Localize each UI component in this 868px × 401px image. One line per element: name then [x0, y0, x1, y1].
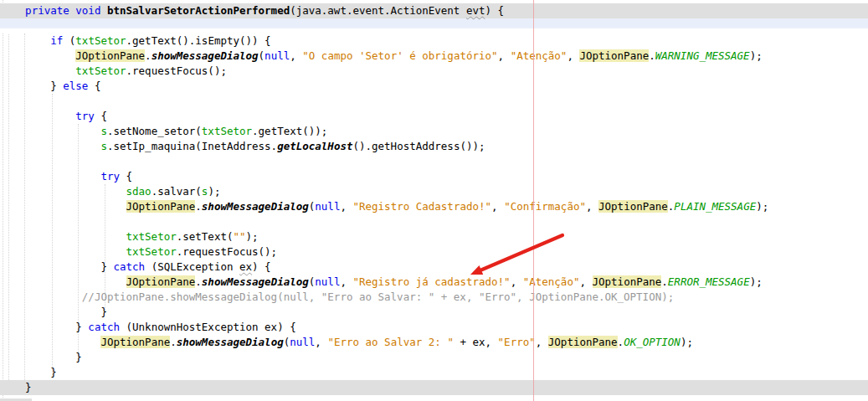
code-token: showMessageDialog	[152, 49, 259, 62]
code-token	[0, 170, 100, 183]
code-token: if	[0, 34, 69, 47]
code-token: txtSetor	[75, 64, 126, 77]
code-token: try	[75, 110, 95, 122]
code-line[interactable]: JOptionPane.showMessageDialog(null, "Reg…	[0, 199, 868, 214]
code-token: ,	[586, 200, 598, 213]
code-line[interactable]: }	[0, 380, 868, 395]
code-token: .requestFocus();	[126, 64, 227, 77]
code-line[interactable]: try {	[0, 169, 868, 184]
code-token: }	[0, 381, 32, 393]
code-token: "Confirmação"	[504, 200, 586, 213]
code-token	[0, 64, 75, 77]
code-line[interactable]: JOptionPane.showMessageDialog(null, "Err…	[0, 335, 868, 350]
code-token: JOptionPane	[75, 49, 145, 62]
code-line[interactable]	[0, 214, 868, 229]
code-token: null	[290, 336, 315, 348]
code-token	[0, 230, 126, 243]
code-token: (SQLException	[145, 260, 239, 273]
code-token: "Atenção"	[511, 49, 568, 62]
code-token: );	[681, 336, 693, 348]
code-token: ,	[567, 49, 579, 62]
code-token	[0, 200, 126, 213]
code-token: .setIp_maquina(InetAddress.	[107, 140, 277, 152]
code-line[interactable]: txtSetor.requestFocus();	[0, 64, 868, 79]
code-token: "Registro já cadastrado!"	[352, 275, 510, 288]
code-line[interactable]	[0, 18, 868, 33]
code-line[interactable]: try {	[0, 109, 868, 124]
code-line[interactable]: JOptionPane.showMessageDialog(null, "O c…	[0, 49, 868, 64]
code-token: + ex,	[454, 336, 498, 348]
code-line[interactable]: s.setIp_maquina(InetAddress.getLocalHost…	[0, 139, 868, 154]
code-line[interactable]	[0, 154, 868, 169]
code-token: {	[120, 170, 132, 183]
code-line[interactable]: } catch (UnknownHostException ex) {	[0, 320, 868, 335]
code-token	[0, 245, 126, 258]
code-token: .	[195, 275, 202, 288]
code-token: ,	[511, 275, 523, 288]
code-line[interactable]: }	[0, 350, 868, 365]
code-token	[0, 49, 75, 62]
code-token: null	[315, 275, 340, 288]
code-line[interactable]: if (txtSetor.getText().isEmpty()) {	[0, 33, 868, 49]
code-token: PLAIN_MESSAGE	[674, 200, 756, 213]
code-token: .setText(	[177, 230, 234, 243]
code-line[interactable]: } catch (SQLException ex) {	[0, 260, 868, 275]
code-line[interactable]: private void btnSalvarSetorActionPerform…	[0, 3, 868, 18]
code-token: ,	[340, 275, 352, 288]
code-token: else	[63, 80, 88, 92]
code-token: ) {	[485, 4, 504, 17]
code-token: }	[0, 321, 88, 333]
code-line[interactable]: txtSetor.requestFocus();	[0, 244, 868, 260]
code-line[interactable]: s.setNome_setor(txtSetor.getText());	[0, 124, 868, 139]
code-token: txtSetor	[202, 125, 252, 137]
code-token: .getText().isEmpty()) {	[126, 34, 271, 47]
code-token: }	[0, 80, 63, 92]
code-editor: private void btnSalvarSetorActionPerform…	[0, 0, 868, 401]
code-line[interactable]: sdao.salvar(s);	[0, 184, 868, 199]
code-line[interactable]: //JOptionPane.showMessageDialog(null, "E…	[0, 290, 868, 305]
code-token: }	[0, 306, 107, 318]
code-token: btnSalvarSetorActionPerformed	[107, 4, 290, 17]
code-line[interactable]: txtSetor.setText("");	[0, 229, 868, 244]
code-token: catch	[88, 321, 120, 333]
code-area[interactable]: private void btnSalvarSetorActionPerform…	[0, 3, 868, 395]
code-token: }	[0, 366, 57, 378]
code-token: private void	[0, 4, 107, 17]
code-token: JOptionPane	[579, 49, 649, 62]
code-token: evt	[466, 4, 485, 17]
code-token: );	[750, 275, 763, 288]
code-token: ex	[239, 260, 252, 273]
code-token: ""	[233, 230, 245, 243]
code-line[interactable]: }	[0, 365, 868, 380]
code-line[interactable]: } else {	[0, 79, 868, 94]
code-token: showMessageDialog	[202, 275, 309, 288]
code-token: ERROR_MESSAGE	[668, 275, 750, 288]
code-token: }	[0, 260, 113, 273]
code-line[interactable]	[0, 94, 868, 109]
code-token: //JOptionPane.showMessageDialog(null, "E…	[0, 290, 674, 303]
code-token	[0, 125, 100, 137]
code-token: JOptionPane	[126, 200, 196, 213]
code-token	[0, 336, 100, 348]
code-token: ,	[290, 49, 302, 62]
code-token: ,	[498, 49, 511, 62]
code-token: {	[88, 80, 100, 92]
code-token: (UnknownHostException ex) {	[120, 321, 296, 333]
code-token: s	[100, 140, 107, 152]
code-token: showMessageDialog	[202, 200, 309, 213]
code-line[interactable]: }	[0, 305, 868, 320]
code-line[interactable]: JOptionPane.showMessageDialog(null, "Reg…	[0, 275, 868, 290]
code-token: null	[265, 49, 290, 62]
code-token: .setNome_setor(	[107, 125, 202, 137]
code-token: getLocalHost	[277, 140, 352, 152]
code-token: ,	[536, 336, 548, 348]
code-token: .	[649, 49, 655, 62]
code-token: JOptionPane	[598, 200, 668, 213]
code-token: {	[95, 110, 107, 122]
code-token: "Registro Cadastrado!"	[352, 200, 491, 213]
code-token: (java.awt.event.ActionEvent	[290, 4, 466, 17]
code-token: );	[750, 49, 763, 62]
code-token: "Erro ao Salvar 2: "	[327, 336, 454, 348]
code-token: WARNING_MESSAGE	[655, 49, 750, 62]
code-token: ().getHostAddress());	[352, 140, 485, 152]
